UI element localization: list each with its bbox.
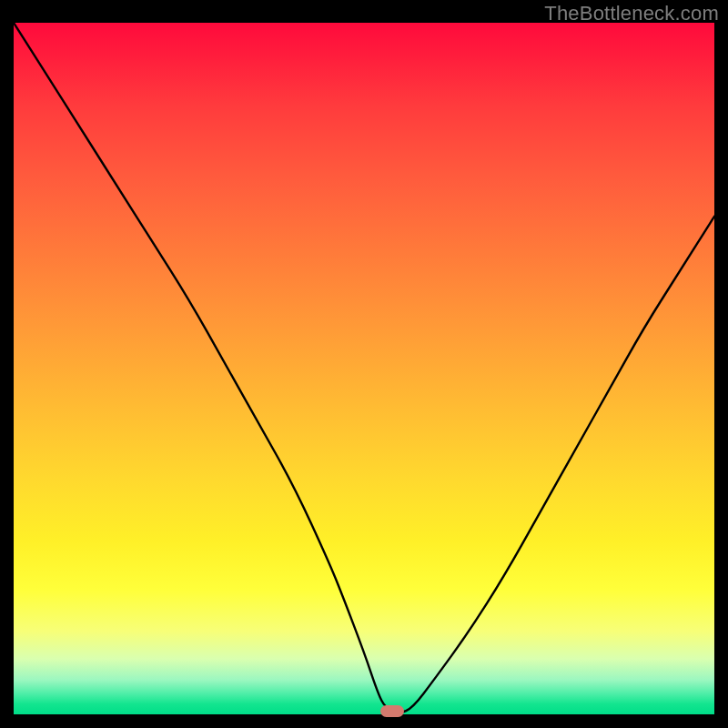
- optimal-marker: [380, 705, 404, 717]
- watermark-text: TheBottleneck.com: [544, 2, 719, 25]
- chart-frame: TheBottleneck.com: [0, 0, 728, 728]
- line-curve: [14, 23, 714, 714]
- plot-area: [14, 23, 714, 714]
- curve-path: [14, 23, 714, 713]
